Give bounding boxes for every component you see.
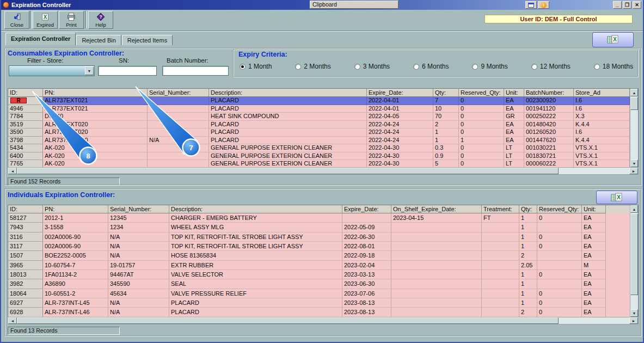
cell[interactable]: 7 <box>433 97 459 105</box>
cell[interactable]: LT <box>504 160 524 168</box>
cell[interactable]: 2023-06-30 <box>342 279 391 289</box>
chevron-down-icon[interactable]: ▼ <box>85 66 94 75</box>
export-excel-button[interactable]: X <box>592 32 634 47</box>
cell[interactable]: HOSE 81365834 <box>169 251 342 260</box>
cell[interactable]: TOP KIT, RETROFIT-TAIL STROBE LIGHT ASSY <box>169 242 342 251</box>
cell[interactable]: VALVE PRESSURE RELIEF <box>169 289 342 298</box>
cell[interactable]: K.4.4 <box>574 121 630 129</box>
horizontal-scrollbar[interactable]: ◄ ► <box>8 317 639 324</box>
cell[interactable]: 1 <box>519 298 537 308</box>
vertical-scrollbar[interactable]: ▲ ▼ <box>630 89 638 167</box>
table-row[interactable]: 1806410-60551-245634VALVE PRESSURE RELIE… <box>8 289 630 298</box>
cell[interactable]: VTS.X.1 <box>574 144 630 152</box>
cell[interactable]: PLACARD <box>209 105 367 113</box>
cell[interactable]: 19-01757 <box>108 261 169 270</box>
cell[interactable]: N/A <box>108 298 169 308</box>
cell[interactable]: 45634 <box>108 289 169 298</box>
cell[interactable]: EA <box>504 97 524 105</box>
scroll-left-icon[interactable]: ◄ <box>8 317 17 324</box>
cell[interactable]: 94467AT <box>108 270 169 279</box>
expired-button[interactable]: X Expired <box>33 11 58 29</box>
cell[interactable]: EA <box>582 232 606 242</box>
cell[interactable]: N/A <box>148 137 209 145</box>
cell[interactable]: 1FA01134-2 <box>43 270 108 279</box>
cell[interactable] <box>482 223 519 232</box>
cell[interactable] <box>148 152 209 161</box>
cell[interactable]: 4946 <box>8 105 43 113</box>
cell[interactable]: ALR737EXT021 <box>43 97 148 105</box>
cell[interactable] <box>482 298 519 308</box>
cell[interactable]: ALR737EXT020 <box>43 137 148 145</box>
cell[interactable]: 2022-08-01 <box>342 242 391 251</box>
cell[interactable]: 2023-02-04 <box>342 261 391 270</box>
column-header[interactable]: ID: <box>8 205 43 213</box>
cell[interactable] <box>391 223 482 232</box>
column-header[interactable]: ID: <box>8 89 43 97</box>
cell[interactable] <box>391 279 482 289</box>
cell[interactable] <box>148 113 209 121</box>
scroll-left-icon[interactable]: ◄ <box>8 168 17 174</box>
radio-icon[interactable] <box>594 64 600 70</box>
table-row[interactable]: 6927ALR-737INT-L45N/APLACARD2023-08-1310… <box>8 298 630 308</box>
cell[interactable] <box>148 128 209 137</box>
cell[interactable]: 345590 <box>108 279 169 289</box>
scroll-up-icon[interactable]: ▲ <box>630 89 638 96</box>
cell[interactable]: FT <box>482 213 519 223</box>
radio-icon[interactable] <box>240 64 246 70</box>
table-row[interactable]: 6928ALR-737INT-L46N/APLACARD2023-08-1320… <box>8 308 630 317</box>
cell[interactable]: ALR737EXT020 <box>43 128 148 137</box>
cell[interactable]: 0 <box>537 270 582 279</box>
cell[interactable]: 2022-09-18 <box>342 251 391 260</box>
cell[interactable]: 3798 <box>8 137 43 145</box>
cell[interactable]: 1 <box>519 270 537 279</box>
cell[interactable]: 0.3 <box>433 144 459 152</box>
cell[interactable]: 1507 <box>8 251 43 260</box>
expiry-option-18-months[interactable]: 18 Months <box>594 63 633 70</box>
expiry-option-2-months[interactable]: 2 Months <box>295 63 330 70</box>
cell[interactable]: 3117 <box>8 242 43 251</box>
cell[interactable]: ALR737EXT021 <box>43 105 148 113</box>
expiry-option-1-month[interactable]: 1 Month <box>240 63 272 70</box>
sn-input[interactable] <box>98 66 157 76</box>
cell[interactable] <box>148 121 209 129</box>
cell[interactable]: 3982 <box>8 279 43 289</box>
cell[interactable]: 001447620 <box>524 137 574 145</box>
expiry-option-9-months[interactable]: 9 Months <box>472 63 507 70</box>
column-header[interactable]: Qty: <box>519 205 537 213</box>
cell[interactable]: 2 <box>519 308 537 317</box>
column-header[interactable]: PN: <box>43 205 108 213</box>
cell[interactable]: I.6 <box>574 105 630 113</box>
radio-icon[interactable] <box>413 64 419 70</box>
expiry-option-12-months[interactable]: 12 Months <box>531 63 571 70</box>
table-row[interactable]: 3798ALR737EXT020N/APLACARD2022-04-2411EA… <box>8 137 630 145</box>
table-row[interactable]: 7784DC340HEAT SINK COMPOUND2022-04-05700… <box>8 113 630 121</box>
cell[interactable]: EXTR RUBBER <box>169 261 342 270</box>
cell[interactable]: 3-1558 <box>43 223 108 232</box>
column-header[interactable]: Expire_Date: <box>342 205 391 213</box>
table-row[interactable]: 3590ALR737EXT020PLACARD2022-04-2410EA001… <box>8 128 630 137</box>
cell[interactable] <box>391 298 482 308</box>
cell[interactable]: ALR-737INT-L46 <box>43 308 108 317</box>
cell[interactable]: 1 <box>519 289 537 298</box>
cell[interactable] <box>482 289 519 298</box>
cell[interactable]: GENERAL PURPOSE EXTERION CLEANER <box>209 144 367 152</box>
cell[interactable]: VALVE SELECTOR <box>169 270 342 279</box>
scroll-down-icon[interactable]: ▼ <box>630 160 638 167</box>
cell[interactable]: 0 <box>459 121 504 129</box>
cell[interactable]: 10-60754-7 <box>43 261 108 270</box>
cell[interactable]: HEAT SINK COMPOUND <box>209 113 367 121</box>
cell[interactable]: K.4.4 <box>574 137 630 145</box>
table-row[interactable]: 3982A36890345590SEAL2023-06-301EA <box>8 279 630 289</box>
scroll-up-icon[interactable]: ▲ <box>630 205 638 213</box>
cell[interactable]: 0 <box>459 97 504 105</box>
horizontal-scrollbar[interactable]: ◄ ► <box>8 167 639 175</box>
cell[interactable]: 1 <box>519 279 537 289</box>
cell[interactable]: 5434 <box>8 144 43 152</box>
cell[interactable]: R <box>8 97 43 105</box>
cell[interactable]: ALR-737INT-L45 <box>43 298 108 308</box>
cell[interactable]: N/A <box>108 308 169 317</box>
column-header[interactable]: PN: <box>43 89 148 97</box>
cell[interactable]: VTS.X.1 <box>574 152 630 161</box>
scroll-right-icon[interactable]: ► <box>629 317 638 324</box>
clipboard-toolbar[interactable]: Clipboard <box>310 1 398 9</box>
